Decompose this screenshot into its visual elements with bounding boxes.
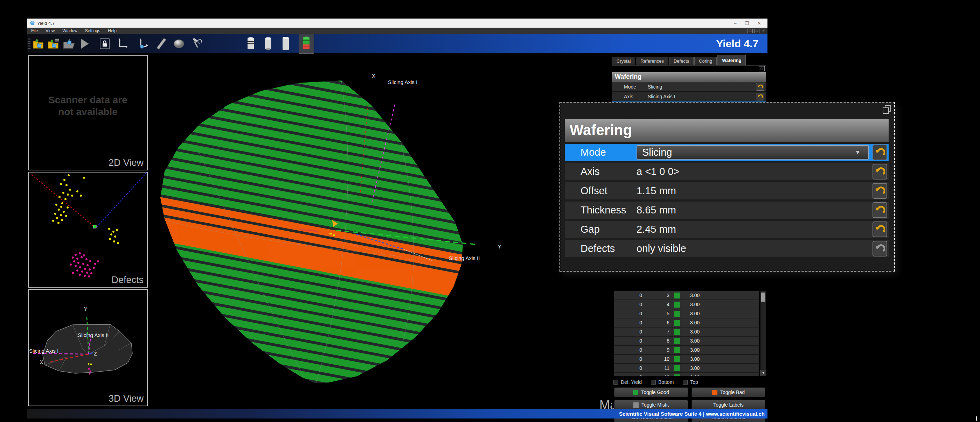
table-row[interactable]: 083.00 xyxy=(614,336,759,346)
tab-coring[interactable]: Coring xyxy=(694,57,717,65)
mode-row[interactable]: Mode Slicing xyxy=(612,82,766,92)
panel-3d-view[interactable]: Y Z X Slicing Axis II Slicing Axis I 3D … xyxy=(28,289,148,406)
menu-settings[interactable]: Settings xyxy=(81,29,104,33)
run-button[interactable] xyxy=(77,36,92,52)
translate-axes-icon xyxy=(116,37,130,51)
misfit-swatch-icon xyxy=(633,402,639,408)
maximize-button[interactable]: ❐ xyxy=(745,21,749,26)
panel-defects-label: Defects xyxy=(111,275,143,286)
status-bar: Scientific Visual Software Suite 4 | www… xyxy=(27,409,767,419)
close-button[interactable]: ✕ xyxy=(757,21,761,26)
bottom-checkbox[interactable]: Bottom xyxy=(651,379,674,385)
ellipsoid-button[interactable] xyxy=(171,36,187,52)
axis-x-label: X xyxy=(40,359,43,365)
reset-axis-button[interactable] xyxy=(872,164,887,179)
toolbar-grip[interactable] xyxy=(29,38,30,50)
wafer-table[interactable]: 033.00 043.00 053.00 063.00 073.00 083.0… xyxy=(614,291,759,376)
table-row[interactable]: 073.00 xyxy=(614,327,759,336)
open-recent-project-button[interactable] xyxy=(46,36,61,52)
ingot-banded-icon[interactable] xyxy=(246,36,255,51)
toggle-bad-button[interactable]: Toggle Bad xyxy=(692,387,765,397)
menu-view[interactable]: View xyxy=(42,29,59,33)
hull-3d-plot: Y Z X Slicing Axis II Slicing Axis I xyxy=(29,290,147,406)
tab-bar: Crystal References Defects Coring Waferi… xyxy=(612,55,766,65)
lock-icon xyxy=(98,37,111,51)
reset-thickness-button[interactable] xyxy=(872,202,887,218)
dialog-mode-row[interactable]: Mode Slicing ▼ xyxy=(565,144,889,161)
bad-swatch-icon xyxy=(712,390,718,395)
mode-dropdown[interactable]: Slicing ▼ xyxy=(636,145,869,160)
table-row[interactable]: 093.00 xyxy=(614,346,759,355)
reset-mode-button[interactable] xyxy=(872,144,887,160)
main-3d-viewport[interactable]: X Slicing Axis I Y Slicing Axis II Map xyxy=(149,55,628,406)
mdi-close-icon[interactable]: ✕ xyxy=(761,29,766,33)
table-row[interactable]: 043.00 xyxy=(614,300,759,309)
toolbar: Yield 4.7 xyxy=(27,34,767,53)
panel-2d-view[interactable]: Scanner data are not available 2D View xyxy=(28,55,148,170)
ingot-tall-icon[interactable] xyxy=(281,36,290,51)
chevron-down-icon: ▼ xyxy=(855,149,861,156)
scroll-down-button[interactable]: ▼ xyxy=(760,370,766,376)
undock-panel-icon[interactable]: ❏ xyxy=(759,66,765,71)
table-row[interactable]: 053.00 xyxy=(614,309,759,319)
viewport-axis-y-label: Y xyxy=(498,244,501,249)
toggle-labels-button[interactable]: Toggle Labels xyxy=(692,400,765,410)
scrollbar-thumb[interactable] xyxy=(761,292,765,301)
ingot-yield-button[interactable] xyxy=(299,34,314,54)
menu-help[interactable]: Help xyxy=(104,29,121,33)
crystal-map: X Slicing Axis I Y Slicing Axis II xyxy=(149,55,628,406)
yield-color-swatch xyxy=(675,320,680,326)
reset-offset-button[interactable] xyxy=(872,183,887,199)
dialog-title: Wafering xyxy=(565,119,889,142)
reset-defects-button-disabled xyxy=(872,241,887,257)
slice-tool-button[interactable] xyxy=(154,36,169,52)
yield-color-swatch xyxy=(675,365,680,371)
menu-window[interactable]: Window xyxy=(59,29,81,33)
wafering-magnifier-dialog[interactable]: Wafering Mode Slicing ▼ Axis a <1 0 0> O… xyxy=(560,102,895,271)
dialog-gap-row[interactable]: Gap 2.45 mm xyxy=(565,221,889,238)
dialog-offset-row[interactable]: Offset 1.15 mm xyxy=(565,182,889,200)
table-row[interactable]: 0123.00 xyxy=(614,373,759,376)
mdi-maximize-icon[interactable]: □ xyxy=(754,29,759,33)
tab-references[interactable]: References xyxy=(636,57,668,65)
toggle-good-button[interactable]: Toggle Good xyxy=(614,387,688,397)
table-scrollbar[interactable]: ▼ xyxy=(760,291,766,376)
ingot-plain-icon[interactable] xyxy=(264,36,273,51)
dialog-axis-row[interactable]: Axis a <1 0 0> xyxy=(565,163,889,180)
yield-color-swatch xyxy=(675,374,680,376)
toolbar-app-title: Yield 4.7 xyxy=(716,38,758,50)
import-folder-button[interactable] xyxy=(61,36,77,52)
menu-file[interactable]: File xyxy=(27,29,42,33)
open-project-button[interactable] xyxy=(30,36,46,52)
probe-tool-button[interactable] xyxy=(189,36,205,52)
table-row[interactable]: 063.00 xyxy=(614,319,759,327)
table-row[interactable]: 0113.00 xyxy=(614,364,759,373)
title-bar: Yield 4.7 – ❐ ✕ xyxy=(27,19,767,28)
toggle-misfit-button[interactable]: Toggle Misfit xyxy=(614,400,688,410)
probe-tool-icon xyxy=(191,37,204,51)
mdi-restore-icon[interactable]: ❐ xyxy=(748,29,753,33)
yield-color-swatch xyxy=(675,292,680,298)
top-checkbox[interactable]: Top xyxy=(683,379,698,385)
table-row[interactable]: 033.00 xyxy=(614,291,759,300)
reset-axis-button[interactable] xyxy=(756,93,764,100)
dialog-defects-row[interactable]: Defects only visible xyxy=(565,240,889,257)
panel-defects[interactable]: Defects xyxy=(28,172,148,288)
tab-crystal[interactable]: Crystal xyxy=(612,57,635,65)
rotate-axes-button[interactable] xyxy=(135,36,151,52)
dialog-thickness-row[interactable]: Thickness 8.65 mm xyxy=(565,201,889,219)
minimize-button[interactable]: – xyxy=(734,21,736,26)
def-yield-checkbox[interactable]: Def. Yield xyxy=(613,379,642,385)
reset-gap-button[interactable] xyxy=(872,222,887,237)
tab-defects[interactable]: Defects xyxy=(669,57,694,65)
yield-color-swatch xyxy=(675,338,680,344)
translate-axes-button[interactable] xyxy=(115,36,130,52)
table-row[interactable]: 0103.00 xyxy=(614,355,759,364)
axis-z-label: Z xyxy=(94,351,97,357)
tab-wafering[interactable]: Wafering xyxy=(718,55,746,65)
axis-row[interactable]: Axis Slicing Axis I xyxy=(612,92,766,102)
dialog-restore-icon[interactable] xyxy=(882,105,891,114)
reset-mode-button[interactable] xyxy=(756,83,764,90)
lock-button[interactable] xyxy=(97,36,112,52)
yield-color-swatch xyxy=(675,329,680,335)
